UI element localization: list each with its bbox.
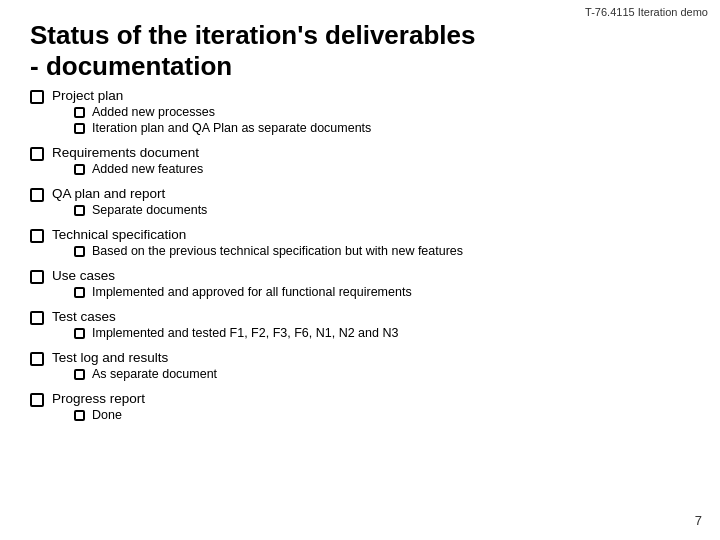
bullet-icon (30, 188, 44, 202)
sub-list-item-label: Implemented and approved for all functio… (92, 285, 412, 299)
bullet-icon (30, 352, 44, 366)
sub-bullet-icon (74, 328, 85, 339)
sub-bullet-icon (74, 164, 85, 175)
list-item: Technical specificationBased on the prev… (30, 227, 690, 262)
list-item: Project planAdded new processesIteration… (30, 88, 690, 139)
bullet-icon (30, 147, 44, 161)
sub-list-item: Separate documents (74, 203, 207, 217)
page-number: 7 (695, 513, 702, 528)
bullet-icon (30, 229, 44, 243)
sub-bullet-icon (74, 287, 85, 298)
sub-list-item-label: Iteration plan and QA Plan as separate d… (92, 121, 371, 135)
sub-list-item: Based on the previous technical specific… (74, 244, 463, 258)
bullet-icon (30, 90, 44, 104)
bullet-icon (30, 270, 44, 284)
sub-list-item-label: Done (92, 408, 122, 422)
sub-bullet-icon (74, 369, 85, 380)
sub-list-item-label: Added new features (92, 162, 203, 176)
bullet-icon (30, 311, 44, 325)
slide-title: Status of the iteration's deliverables -… (30, 20, 475, 82)
list-item-label: Requirements documentAdded new features (52, 145, 203, 180)
bullet-icon (30, 393, 44, 407)
sub-list-item-label: As separate document (92, 367, 217, 381)
sub-list-item: Implemented and approved for all functio… (74, 285, 412, 299)
list-item-label: QA plan and reportSeparate documents (52, 186, 207, 221)
sub-list-item: Implemented and tested F1, F2, F3, F6, N… (74, 326, 398, 340)
list-item-label: Test casesImplemented and tested F1, F2,… (52, 309, 398, 344)
sub-bullet-icon (74, 410, 85, 421)
slide-label: T-76.4115 Iteration demo (585, 6, 708, 18)
sub-bullet-icon (74, 205, 85, 216)
list-item: Requirements documentAdded new features (30, 145, 690, 180)
list-item: Progress reportDone (30, 391, 690, 426)
sub-bullet-icon (74, 246, 85, 257)
list-item: Test casesImplemented and tested F1, F2,… (30, 309, 690, 344)
sub-list-item-label: Separate documents (92, 203, 207, 217)
sub-list-item: Iteration plan and QA Plan as separate d… (74, 121, 371, 135)
sub-list-item: Done (74, 408, 145, 422)
sub-list-item: Added new processes (74, 105, 371, 119)
sub-list-item-label: Implemented and tested F1, F2, F3, F6, N… (92, 326, 398, 340)
sub-list-item-label: Added new processes (92, 105, 215, 119)
content-area: Project planAdded new processesIteration… (30, 88, 690, 432)
list-item-label: Technical specificationBased on the prev… (52, 227, 463, 262)
list-item-label: Test log and resultsAs separate document (52, 350, 217, 385)
sub-list-item: As separate document (74, 367, 217, 381)
sub-list-item: Added new features (74, 162, 203, 176)
list-item: Test log and resultsAs separate document (30, 350, 690, 385)
sub-bullet-icon (74, 107, 85, 118)
list-item-label: Progress reportDone (52, 391, 145, 426)
list-item: Use casesImplemented and approved for al… (30, 268, 690, 303)
sub-bullet-icon (74, 123, 85, 134)
list-item-label: Use casesImplemented and approved for al… (52, 268, 412, 303)
list-item-label: Project planAdded new processesIteration… (52, 88, 371, 139)
sub-list-item-label: Based on the previous technical specific… (92, 244, 463, 258)
list-item: QA plan and reportSeparate documents (30, 186, 690, 221)
